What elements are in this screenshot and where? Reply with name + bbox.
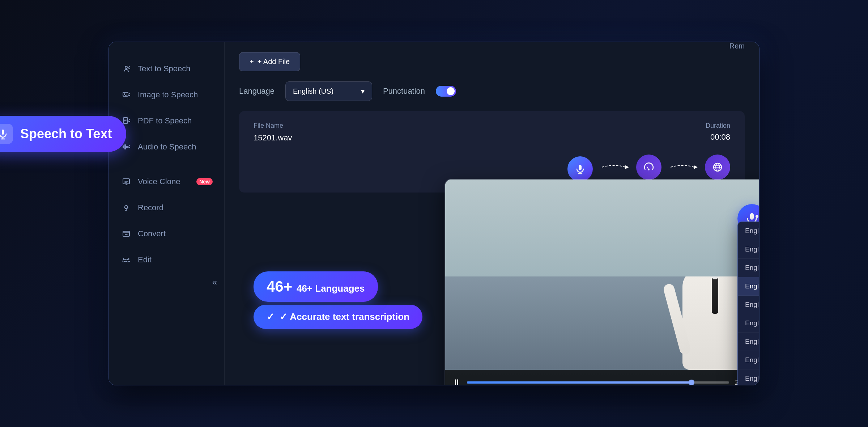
pause-button[interactable]: ⏸ — [452, 377, 461, 385]
sidebar-item-audio-to-speech[interactable]: Audio to Speech — [109, 135, 224, 159]
convert-icon — [120, 228, 132, 240]
sidebar-item-image-to-speech[interactable]: Image to Speech — [109, 83, 224, 107]
lang-option-new-zealand[interactable]: English (New Zealand) — [738, 240, 759, 259]
language-value: English (US) — [293, 87, 333, 96]
languages-badge-label: 46+ 46+ Languages — [267, 278, 365, 295]
svg-point-29 — [756, 215, 758, 218]
sidebar-label-voice-clone: Voice Clone — [138, 177, 180, 186]
punctuation-label: Punctuation — [383, 86, 425, 96]
duration-section: Duration 00:08 — [706, 122, 730, 142]
video-panel: ⏸ 2:40/3:08 — [444, 179, 759, 385]
sidebar-label-pdf-to-speech: PDF to Speech — [138, 116, 192, 126]
languages-badge: 46+ 46+ Languages — [254, 271, 378, 302]
sidebar: Text to Speech Image to Speech — [109, 42, 225, 385]
progress-bar[interactable] — [467, 381, 729, 384]
main-content: + + Add File Rem Language English (US) ▾… — [225, 42, 759, 385]
transcription-badge: ✓ ✓ Accurate text transcription — [254, 305, 422, 329]
rem-label: Rem — [729, 42, 745, 50]
lang-option-pakistan[interactable]: English (Pakistan) — [738, 277, 759, 296]
add-file-icon: + — [250, 58, 254, 66]
chevron-down-icon: ▾ — [361, 87, 365, 96]
video-background — [445, 179, 759, 385]
sidebar-label-audio-to-speech: Audio to Speech — [138, 142, 196, 152]
sidebar-item-convert[interactable]: Convert — [109, 221, 224, 246]
microphone-icon-circle — [567, 156, 593, 182]
punctuation-toggle[interactable] — [436, 86, 456, 97]
scene: Speech to Text Text to Speech — [0, 0, 868, 427]
file-info: File Name 15201.wav — [254, 122, 292, 143]
lang-option-philippines[interactable]: English (Philippines) — [738, 296, 759, 314]
svg-marker-20 — [694, 165, 698, 169]
sidebar-item-record[interactable]: Record — [109, 195, 224, 220]
text-to-speech-icon — [120, 63, 132, 75]
progress-thumb — [689, 380, 694, 385]
svg-rect-0 — [2, 130, 4, 135]
svg-rect-26 — [750, 213, 754, 220]
svg-rect-14 — [123, 231, 129, 236]
check-icon: ✓ — [267, 311, 275, 322]
svg-rect-9 — [126, 146, 128, 148]
duration-value: 00:08 — [706, 132, 730, 142]
lang-option-kenya[interactable]: English (Kenya) — [738, 222, 759, 240]
sidebar-item-text-to-speech[interactable]: Text to Speech — [109, 56, 224, 81]
app-window: Text to Speech Image to Speech — [109, 42, 760, 385]
progress-fill — [467, 381, 692, 384]
svg-rect-15 — [579, 165, 582, 170]
sidebar-label-edit: Edit — [138, 255, 152, 265]
new-badge: New — [196, 178, 213, 185]
language-select[interactable]: English (US) ▾ — [285, 81, 372, 101]
sidebar-item-pdf-to-speech[interactable]: PDF to Speech — [109, 109, 224, 133]
sidebar-item-edit[interactable]: Edit — [109, 248, 224, 272]
svg-point-19 — [648, 169, 650, 170]
lang-option-uk[interactable]: English (UK) — [738, 369, 759, 385]
sidebar-label-record: Record — [138, 203, 163, 212]
speech-to-text-pill-icon — [0, 124, 13, 144]
lang-option-singapore[interactable]: English (Singapore) — [738, 314, 759, 333]
sidebar-label-text-to-speech: Text to Speech — [138, 64, 191, 73]
speech-to-text-pill[interactable]: Speech to Text — [0, 116, 126, 152]
language-dropdown[interactable]: English (Kenya) English (New Zealand) En… — [737, 221, 759, 385]
globe-icon-circle — [705, 155, 730, 180]
languages-text: 46+ Languages — [297, 283, 365, 294]
icons-row — [567, 153, 730, 182]
file-name-label: File Name — [254, 122, 292, 130]
sidebar-label-image-to-speech: Image to Speech — [138, 90, 198, 100]
speech-to-text-label: Speech to Text — [20, 126, 112, 141]
sidebar-item-voice-clone[interactable]: Voice Clone New — [109, 169, 224, 194]
video-controls: ⏸ 2:40/3:08 — [445, 370, 759, 385]
file-name-value: 15201.wav — [254, 133, 292, 143]
sidebar-label-convert: Convert — [138, 229, 166, 238]
language-label: Language — [239, 86, 275, 96]
add-file-button[interactable]: + + Add File — [239, 52, 300, 71]
svg-point-11 — [125, 206, 128, 208]
record-icon — [120, 202, 132, 214]
image-to-speech-icon — [120, 89, 132, 101]
transcription-badge-label: ✓ Accurate text transcription — [280, 311, 409, 322]
sidebar-collapse-btn[interactable]: « — [212, 277, 217, 287]
lang-option-nigeria[interactable]: English (Nigeria) — [738, 259, 759, 277]
svg-rect-8 — [124, 144, 126, 149]
voice-clone-icon — [120, 176, 132, 187]
edit-icon — [120, 254, 132, 266]
svg-marker-18 — [625, 165, 629, 169]
duration-label: Duration — [706, 122, 730, 130]
top-bar: + + Add File Rem — [225, 42, 759, 81]
lang-option-tanzania[interactable]: English (Tanzania) — [738, 351, 759, 369]
lang-option-south-africa[interactable]: English (South Africa) — [738, 333, 759, 351]
svg-rect-7 — [123, 145, 124, 148]
add-file-label: + Add File — [258, 58, 290, 66]
content-middle: ✓ ✓ Accurate text transcription 46+ 46+ … — [225, 193, 759, 385]
controls-row: Language English (US) ▾ Punctuation — [225, 81, 759, 111]
svg-point-3 — [125, 66, 127, 68]
speedometer-icon — [636, 155, 661, 180]
languages-count: 46+ — [267, 278, 297, 295]
